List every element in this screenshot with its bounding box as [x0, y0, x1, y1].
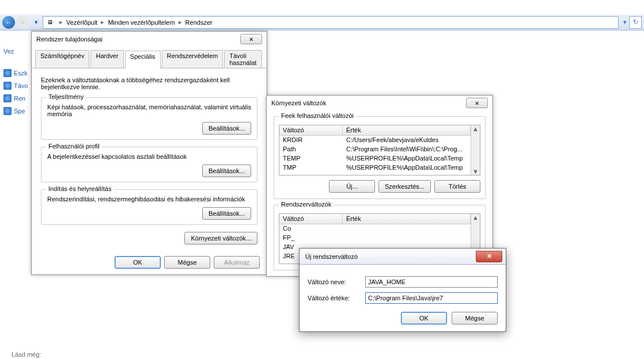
- shield-icon: [3, 69, 12, 77]
- breadcrumb-seg[interactable]: Minden vezérlőpultelem: [108, 19, 175, 26]
- column-header-value[interactable]: Érték: [343, 214, 471, 224]
- nav-history-dropdown[interactable]: ▾: [32, 16, 40, 29]
- user-variables-group: Feek felhasználói változói Változó Érték…: [274, 116, 486, 199]
- left-link[interactable]: Távo: [0, 79, 35, 92]
- close-button[interactable]: ✕: [240, 34, 262, 44]
- admin-info: Ezeknek a változtatásoknak a többségéhez…: [41, 77, 257, 90]
- dialog-titlebar[interactable]: Környezeti változók ✕: [267, 96, 493, 110]
- dialog-title: Rendszer tulajdonságai: [36, 36, 240, 43]
- tab-remote[interactable]: Távoli használat: [224, 50, 262, 68]
- tab-system-protection[interactable]: Rendszervédelem: [162, 50, 223, 68]
- cell-var: TEMP: [279, 154, 343, 163]
- edit-user-var-button[interactable]: Szerkesztés...: [378, 180, 431, 193]
- dialog-button-row: OK Mégse Alkalmaz: [32, 250, 267, 274]
- performance-group: Teljesítmény Képi hatások, processzorhas…: [41, 97, 257, 140]
- left-link[interactable]: Ren: [0, 92, 35, 105]
- close-button[interactable]: ✕: [476, 251, 502, 262]
- environment-variables-button[interactable]: Környezeti változók...: [184, 232, 257, 245]
- group-title: Felhasználói profil: [46, 143, 102, 150]
- cell-val: C:/Users/Feek/abevjava/eKuldes: [343, 136, 471, 145]
- left-link-label: Eszk: [14, 70, 28, 77]
- cell-val: %USERPROFILE%\AppData\Local\Temp: [343, 154, 471, 163]
- cell-val: C:\Program Files\Intel\WiFi\bin\;C:\Prog…: [343, 145, 471, 154]
- variable-name-label: Változó neve:: [308, 278, 365, 285]
- cell-var: TMP: [279, 163, 343, 173]
- left-link[interactable]: Eszk: [0, 67, 35, 79]
- tabstrip: Számítógépnév Hardver Speciális Rendszer…: [32, 47, 267, 68]
- group-desc: A bejelentkezéssel kapcsolatos asztali b…: [47, 153, 251, 160]
- dialog-titlebar[interactable]: Rendszer tulajdonságai ✕: [32, 32, 267, 47]
- chevron-down-icon[interactable]: ▾: [623, 18, 627, 26]
- dialog-button-row: OK Mégse: [308, 312, 498, 324]
- shield-icon: [3, 94, 12, 102]
- left-link[interactable]: Vez: [0, 45, 35, 58]
- table-row[interactable]: KRDIRC:/Users/Feek/abevjava/eKuldes: [279, 136, 471, 145]
- ok-button[interactable]: OK: [115, 256, 161, 269]
- cancel-button[interactable]: Mégse: [452, 312, 498, 324]
- left-link-label: Vez: [3, 48, 14, 55]
- group-title: Indítás és helyreállítás: [46, 185, 113, 192]
- chevron-right-icon: ▸: [101, 18, 104, 26]
- left-link[interactable]: Spe: [0, 105, 35, 117]
- table-row[interactable]: TEMP%USERPROFILE%\AppData\Local\Temp: [279, 154, 471, 163]
- startup-recovery-group: Indítás és helyreállítás Rendszerindítás…: [41, 189, 257, 225]
- address-bar[interactable]: 🖥 ▸ Vezérlőpult ▸ Minden vezérlőpultelem…: [43, 16, 619, 29]
- column-header-variable[interactable]: Változó: [279, 214, 343, 224]
- nav-forward-button[interactable]: →: [16, 16, 29, 29]
- shield-icon: [3, 82, 12, 90]
- tab-advanced[interactable]: Speciális: [125, 51, 161, 68]
- scrollbar[interactable]: ▲▼: [471, 125, 480, 175]
- computer-icon: 🖥: [46, 18, 55, 27]
- dialog-title: Környezeti változók: [271, 100, 466, 106]
- group-title: Feek felhasználói változói: [279, 112, 356, 119]
- table-row[interactable]: Co: [279, 224, 471, 234]
- group-desc: Képi hatások, processzorhasználat, memór…: [47, 104, 251, 117]
- left-link-label: Spe: [14, 108, 25, 114]
- user-variables-table[interactable]: Változó Érték KRDIRC:/Users/Feek/abevjav…: [279, 125, 480, 175]
- breadcrumb-seg[interactable]: Rendszer: [185, 19, 213, 26]
- user-var-button-row: Új... Szerkesztés... Törlés: [279, 180, 480, 193]
- close-button[interactable]: ✕: [466, 98, 488, 108]
- group-title: Teljesítmény: [46, 93, 86, 100]
- scroll-down-icon[interactable]: ▼: [472, 168, 479, 175]
- variable-value-label: Változó értéke:: [308, 295, 365, 301]
- cell-val: [343, 234, 471, 243]
- table-row[interactable]: PathC:\Program Files\Intel\WiFi\bin\;C:\…: [279, 145, 471, 154]
- tab-hardware[interactable]: Hardver: [90, 50, 123, 68]
- cell-var: KRDIR: [279, 136, 343, 145]
- cell-val: %USERPROFILE%\AppData\Local\Temp: [343, 163, 471, 173]
- variable-name-input[interactable]: [365, 276, 498, 288]
- table-header: Változó Érték: [279, 214, 471, 224]
- table-row[interactable]: FP_: [279, 234, 471, 243]
- cell-var: FP_: [279, 234, 343, 243]
- dialog-titlebar[interactable]: Új rendszerváltozó ✕: [300, 249, 506, 265]
- variable-value-input[interactable]: [365, 292, 498, 304]
- left-link-label: Távo: [14, 82, 28, 89]
- scroll-up-icon[interactable]: ▲: [472, 214, 479, 221]
- chevron-right-icon: ▸: [59, 18, 63, 26]
- tab-computer-name[interactable]: Számítógépnév: [35, 50, 89, 68]
- delete-user-var-button[interactable]: Törlés: [434, 180, 480, 193]
- table-header: Változó Érték: [279, 125, 471, 136]
- nav-back-button[interactable]: ←: [2, 16, 15, 29]
- left-link-label: Ren: [14, 95, 25, 102]
- table-row[interactable]: TMP%USERPROFILE%\AppData\Local\Temp: [279, 163, 471, 173]
- user-profile-settings-button[interactable]: Beállítások...: [202, 165, 251, 177]
- chevron-right-icon: ▸: [179, 18, 182, 26]
- shield-icon: [3, 107, 12, 115]
- tab-panel: Ezeknek a változtatásoknak a többségéhez…: [32, 68, 267, 250]
- system-properties-dialog: Rendszer tulajdonságai ✕ Számítógépnév H…: [31, 31, 267, 275]
- ok-button[interactable]: OK: [401, 312, 447, 324]
- user-profile-group: Felhasználói profil A bejelentkezéssel k…: [41, 147, 257, 182]
- cancel-button[interactable]: Mégse: [164, 256, 210, 269]
- group-title: Rendszerváltozók: [279, 201, 334, 208]
- startup-settings-button[interactable]: Beállítások...: [202, 207, 251, 220]
- breadcrumb-seg[interactable]: Vezérlőpult: [66, 19, 97, 26]
- column-header-value[interactable]: Érték: [343, 125, 471, 135]
- performance-settings-button[interactable]: Beállítások...: [202, 122, 251, 135]
- refresh-button[interactable]: ↻: [629, 16, 642, 29]
- new-user-var-button[interactable]: Új...: [329, 180, 375, 193]
- scroll-up-icon[interactable]: ▲: [472, 125, 479, 132]
- cell-var: Co: [279, 224, 343, 234]
- column-header-variable[interactable]: Változó: [279, 125, 343, 135]
